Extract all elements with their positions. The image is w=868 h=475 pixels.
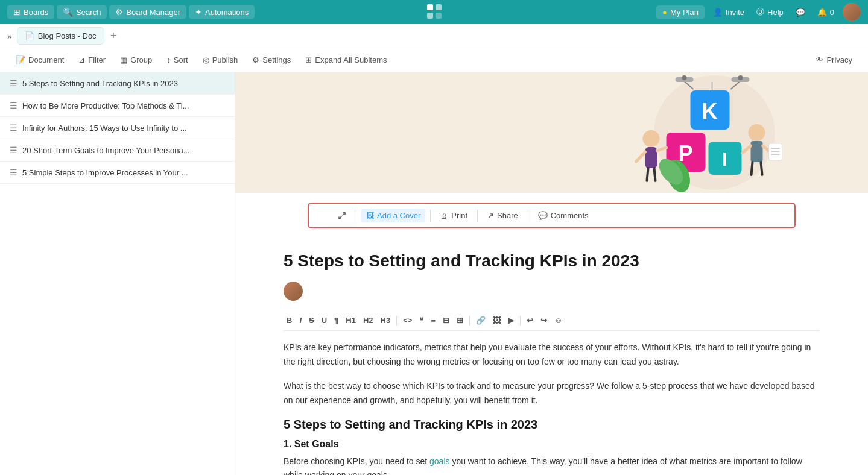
comments-button[interactable]: 💬 Comments [533,209,594,222]
top-nav-left: ⊞ Boards 🔍 Search ⚙ Board Manager ✦ Auto… [7,5,654,19]
image-button[interactable]: 🖼 [490,314,504,327]
group-button[interactable]: ▦ Group [114,52,158,68]
notifications-count: 0 [830,8,834,17]
sidebar-item-5[interactable]: ☰ 5 Simple Steps to Improve Processes in… [0,162,235,184]
doc-content: 5 Steps to Setting and Tracking KPIs in … [235,238,868,475]
svg-rect-33 [769,143,782,160]
svg-line-32 [761,162,762,175]
comments-label: Comments [551,211,589,220]
h2-button[interactable]: H2 [360,314,376,327]
sidebar-item-3[interactable]: ☰ Infinity for Authors: 15 Ways to Use I… [0,117,235,139]
group-label: Group [130,55,152,64]
sidebar-item-2[interactable]: ☰ How to Be More Productive: Top Methods… [0,95,235,117]
doc-author-avatar[interactable] [284,282,303,301]
avatar[interactable] [843,3,861,21]
italic-button[interactable]: I [296,314,305,327]
sidebar-item-text-2: How to Be More Productive: Top Methods &… [22,101,189,110]
media-button[interactable]: ▶ [505,314,517,327]
resize-button[interactable] [333,209,351,222]
automations-label: Automations [205,8,249,17]
strikethrough-button[interactable]: S [306,314,317,327]
bullet-list-button[interactable]: ≡ [428,314,439,327]
sidebar-item-1[interactable]: ☰ 5 Steps to Setting and Tracking KPIs i… [0,72,235,95]
doc-section-title: 5 Steps to Setting and Tracking KPIs in … [284,418,820,432]
paragraph-button[interactable]: ¶ [331,314,341,327]
add-cover-button[interactable]: 🖼 Add a Cover [361,209,425,222]
h1-button[interactable]: H1 [343,314,359,327]
sidebar-item-4[interactable]: ☰ 20 Short-Term Goals to Improve Your Pe… [0,139,235,162]
numbered-list-button[interactable]: ⊟ [440,314,452,327]
chat-button[interactable]: 💬 [792,5,809,19]
link-button[interactable]: 🔗 [473,314,489,327]
rich-divider-2 [469,316,470,326]
doc-step1-paragraph: Before choosing KPIs, you need to set go… [284,455,820,475]
code-button[interactable]: <> [400,314,415,327]
share-button[interactable]: ↗ Share [483,209,523,222]
filter-label: Filter [88,55,106,64]
main-area: ☰ 5 Steps to Setting and Tracking KPIs i… [0,72,868,475]
boards-button[interactable]: ⊞ Boards [7,5,54,19]
redo-button[interactable]: ↪ [537,314,550,327]
my-plan-label: My Plan [670,8,699,17]
print-button[interactable]: 🖨 Print [436,209,472,222]
blockquote-button[interactable]: ❝ [416,314,426,327]
automations-button[interactable]: ✦ Automations [189,5,255,19]
svg-point-27 [749,124,765,141]
my-plan-icon: ● [662,8,667,17]
chat-icon: 💬 [796,8,805,17]
privacy-button[interactable]: 👁 Privacy [809,52,858,68]
my-plan-button[interactable]: ● My Plan [656,5,705,19]
svg-line-24 [654,168,656,181]
sidebar-item-icon-1: ☰ [10,78,17,88]
goals-link[interactable]: goals [429,456,449,466]
filter-button[interactable]: ⊿ Filter [72,52,112,68]
tab-icon: 📄 [25,31,34,40]
sidebar-item-icon-2: ☰ [10,101,17,110]
help-label: Help [767,8,784,17]
underline-button[interactable]: U [318,314,330,327]
settings-button[interactable]: ⚙ Settings [246,52,297,68]
svg-point-19 [643,130,660,147]
filter-icon: ⊿ [78,55,85,64]
comments-icon: 💬 [538,211,548,220]
doc-title: 5 Steps to Setting and Tracking KPIs in … [284,250,820,272]
boards-icon: ⊞ [13,7,21,17]
sort-button[interactable]: ↕ Sort [160,52,194,68]
table-button[interactable]: ⊞ [454,314,466,327]
board-manager-button[interactable]: ⚙ Board Manager [109,5,186,19]
emoji-button[interactable]: ☺ [551,314,565,327]
svg-line-23 [647,168,648,181]
expand-all-icon: ⊞ [305,55,312,64]
undo-button[interactable]: ↩ [524,314,536,327]
divider-2 [430,210,431,222]
boards-label: Boards [24,8,48,17]
expand-all-label: Expand All Subitems [315,55,387,64]
help-button[interactable]: ⓪ Help [753,4,787,20]
privacy-label: Privacy [826,55,852,64]
resize-icon [338,212,346,220]
tab-blog-posts-doc[interactable]: 📄 Blog Posts - Doc [17,27,104,45]
svg-rect-28 [751,141,763,162]
add-tab-button[interactable]: + [107,28,121,43]
top-nav: ⊞ Boards 🔍 Search ⚙ Board Manager ✦ Auto… [0,0,868,24]
svg-rect-2 [427,13,433,19]
image-icon: 🖼 [366,211,374,220]
publish-button[interactable]: ◎ Publish [197,52,244,68]
bold-button[interactable]: B [284,314,295,327]
expand-sidebar-button[interactable]: » [5,29,14,43]
sort-icon: ↕ [166,55,171,64]
content-area: K P I [235,72,868,475]
sidebar-item-icon-4: ☰ [10,145,17,155]
search-button[interactable]: 🔍 Search [57,5,107,19]
divider-1 [356,210,356,222]
expand-all-button[interactable]: ⊞ Expand All Subitems [299,52,393,68]
document-button[interactable]: 📝 Document [10,52,70,68]
h3-button[interactable]: H3 [378,314,394,327]
add-tab-label: + [110,30,117,42]
bell-icon: 🔔 [817,8,827,17]
tab-label: Blog Posts - Doc [38,31,97,40]
doc-toolbar: 🖼 Add a Cover 🖨 Print ↗ Share 💬 Comments [308,203,796,228]
group-icon: ▦ [120,55,127,64]
notifications-button[interactable]: 🔔 0 [814,5,838,19]
invite-button[interactable]: 👤 Invite [709,5,748,19]
